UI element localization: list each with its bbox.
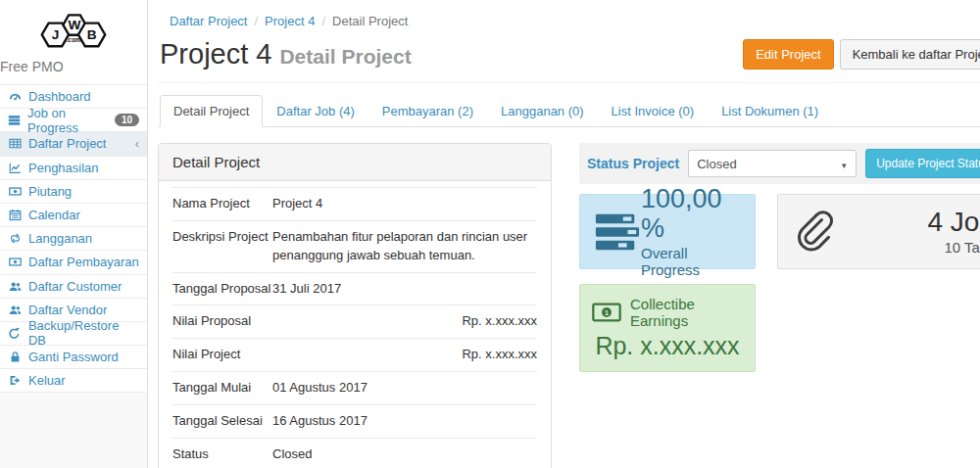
detail-value: Penambahan fitur pelaporan dan rincian u…: [272, 228, 537, 265]
sidebar-item-label: Keluar: [28, 373, 66, 388]
sidebar-item-keluar[interactable]: Keluar: [0, 369, 147, 393]
main-content: Daftar Project/Project 4/Detail Project …: [148, 0, 980, 468]
breadcrumb-item-project-4[interactable]: Project 4: [265, 14, 315, 28]
app: J W B .com Free PMO DashboardJob on Prog…: [0, 0, 980, 468]
table-icon: [8, 137, 22, 150]
tab-daftar-job-4[interactable]: Daftar Job (4): [263, 95, 368, 127]
detail-rows: Nama ProjectProject 4Deskripsi ProjectPe…: [159, 181, 551, 468]
status-select-value: Closed: [697, 157, 736, 171]
breadcrumb-separator: /: [321, 14, 325, 28]
breadcrumb-item-detail-project: Detail Project: [332, 14, 408, 28]
sidebar-item-label: Langganan: [28, 231, 92, 246]
detail-row-tanggal-proposal: Tanggal Proposal31 Juli 2017: [172, 272, 537, 305]
sidebar-item-piutang[interactable]: Piutang: [0, 180, 147, 204]
detail-label: Tanggal Selesai: [172, 412, 272, 431]
tasks-icon: [594, 211, 641, 254]
tab-list-invoice-0[interactable]: List Invoice (0): [598, 95, 709, 127]
info-boxes: 100,00 % Overall Progress 4 Job 10 Task: [579, 194, 980, 269]
lock-icon: [8, 351, 22, 363]
update-project-status-button[interactable]: Update Project Status: [865, 149, 980, 178]
sign-out-icon: [8, 374, 22, 387]
panel-title: Detail Project: [159, 144, 551, 181]
money-icon: [8, 256, 22, 268]
tasks-icon: [8, 114, 21, 126]
detail-row-nama-project: Nama ProjectProject 4: [172, 187, 537, 220]
sidebar-item-backup-restore-db[interactable]: Backup/Restore DB: [0, 322, 147, 346]
svg-text:J: J: [52, 27, 60, 42]
detail-label: Tanggal Proposal: [172, 280, 272, 299]
detail-value: 01 Agustus 2017: [272, 379, 537, 398]
detail-value: 16 Agustus 2017: [272, 412, 537, 431]
detail-row-tanggal-mulai: Tanggal Mulai01 Agustus 2017: [172, 371, 537, 404]
sidebar-item-label: Backup/Restore DB: [28, 318, 139, 348]
status-select[interactable]: Closed ▼: [688, 150, 857, 177]
sidebar-item-daftar-customer[interactable]: Daftar Customer: [0, 275, 147, 299]
tab-list-dokumen-1[interactable]: List Dokumen (1): [708, 95, 832, 127]
page-title-sub: Detail Project: [279, 45, 411, 68]
tab-langganan-0[interactable]: Langganan (0): [487, 95, 598, 127]
sidebar-item-daftar-project[interactable]: Daftar Project‹: [0, 132, 147, 156]
line-chart-icon: [8, 162, 22, 174]
sidebar-item-daftar-pembayaran[interactable]: Daftar Pembayaran: [0, 251, 147, 274]
breadcrumb-separator: /: [254, 14, 258, 28]
edit-project-button[interactable]: Edit Project: [743, 39, 833, 70]
page-title: Project 4Detail Project: [160, 38, 412, 70]
money-icon: [8, 185, 22, 198]
detail-row-nilai-project: Nilai ProjectRp. x.xxx.xxx: [172, 338, 537, 371]
sidebar-menu: DashboardJob on Progress10Daftar Project…: [0, 84, 147, 393]
back-to-list-button[interactable]: Kembali ke daftar Project: [840, 39, 980, 70]
detail-label: Tanggal Mulai: [172, 379, 272, 398]
paperclip-icon: [792, 211, 835, 254]
chevron-left-icon: ‹: [135, 137, 139, 150]
detail-row-tanggal-selesai: Tanggal Selesai16 Agustus 2017: [172, 404, 537, 438]
jobs-count: 4 Job: [927, 208, 980, 238]
detail-row-nilai-proposal: Nilai ProposalRp. x.xxx.xxx: [172, 304, 537, 338]
sidebar-item-job-on-progress[interactable]: Job on Progress10: [0, 109, 147, 132]
brand-name: Free PMO: [0, 55, 147, 84]
sidebar-item-label: Piutang: [28, 184, 72, 199]
svg-text:1: 1: [605, 308, 610, 317]
overall-progress-value: 100,00 %: [641, 185, 741, 243]
tasks-count: 10 Task: [944, 239, 980, 256]
users-icon: [8, 304, 22, 316]
detail-label: Nilai Project: [172, 346, 272, 364]
sidebar-item-label: Dashboard: [28, 89, 91, 104]
detail-value: Project 4: [272, 195, 537, 213]
logo: J W B .com: [0, 0, 147, 55]
sidebar-item-label: Penghasilan: [28, 161, 99, 175]
sidebar-item-label: Calendar: [28, 208, 80, 222]
sidebar-item-penghasilan[interactable]: Penghasilan: [0, 157, 147, 180]
sidebar-item-calendar[interactable]: Calendar: [0, 204, 147, 227]
page-title-main: Project 4: [160, 38, 271, 70]
detail-value: 31 Juli 2017: [272, 280, 537, 299]
detail-value: Rp. x.xxx.xxx: [272, 346, 537, 364]
tab-detail-project[interactable]: Detail Project: [160, 95, 263, 127]
sidebar-item-langganan[interactable]: Langganan: [0, 227, 147, 251]
money-icon: 1: [592, 303, 621, 322]
collectible-earnings-box: 1 Collectibe Earnings Rp. x.xxx.xxx: [579, 284, 756, 372]
svg-text:W: W: [69, 19, 81, 33]
jobs-box: 4 Job 10 Task: [777, 194, 980, 269]
sidebar-item-label: Daftar Project: [28, 136, 106, 151]
sidebar-item-label: Daftar Customer: [28, 279, 122, 294]
dashboard-icon: [8, 90, 22, 103]
sidebar: J W B .com Free PMO DashboardJob on Prog…: [0, 0, 148, 468]
overall-progress-box: 100,00 % Overall Progress: [579, 194, 756, 269]
detail-row-deskripsi-project: Deskripsi ProjectPenambahan fitur pelapo…: [172, 220, 537, 272]
header-buttons: Edit Project Kembali ke daftar Project: [743, 39, 980, 70]
jwb-logo-icon: J W B .com: [31, 8, 116, 52]
status-project-label: Status Project: [587, 156, 679, 171]
page-header: Project 4Detail Project Edit Project Kem…: [158, 38, 980, 83]
tab-pembayaran-2[interactable]: Pembayaran (2): [368, 95, 487, 127]
sidebar-item-ganti-password[interactable]: Ganti Password: [0, 346, 147, 369]
detail-project-panel: Detail Project Nama ProjectProject 4Desk…: [158, 143, 552, 468]
breadcrumb-item-daftar-project[interactable]: Daftar Project: [170, 14, 247, 28]
detail-value: Closed: [272, 445, 537, 464]
caret-down-icon: ▼: [840, 157, 848, 171]
calendar-icon: [8, 209, 22, 221]
svg-text:B: B: [87, 27, 97, 42]
sidebar-item-label: Job on Progress: [27, 106, 108, 135]
tab-bar: Detail ProjectDaftar Job (4)Pembayaran (…: [158, 95, 980, 127]
sidebar-item-label: Daftar Pembayaran: [28, 255, 139, 269]
refresh-icon: [8, 327, 22, 340]
